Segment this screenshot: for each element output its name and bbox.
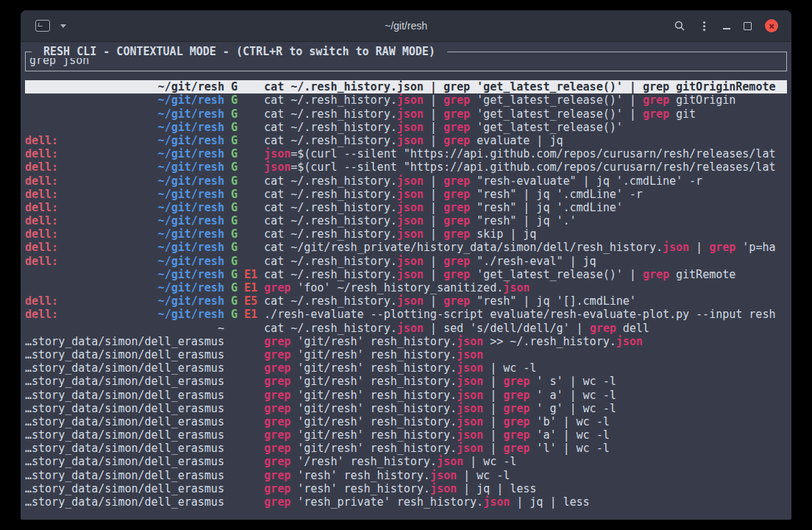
flags-cell: [224, 469, 264, 482]
location-cell: …story_data/simon/dell_erasmus: [25, 495, 224, 509]
location-cell: …story_data/simon/dell_erasmus: [25, 389, 224, 402]
dir-cell: …story_data/simon/dell_erasmus: [25, 495, 224, 509]
flag-g: G: [224, 255, 238, 268]
command-cell: json=$(curl --silent "https://api.github…: [264, 147, 787, 160]
history-row[interactable]: dell:~/git/resh G E5 cat ~/.resh_history…: [25, 294, 787, 308]
flags-cell: G: [224, 201, 264, 214]
history-row[interactable]: dell:~/git/resh G cat ~/.resh_history.js…: [25, 214, 787, 227]
flag-g: G: [224, 134, 238, 147]
host-cell: dell:: [25, 308, 58, 321]
history-row[interactable]: …story_data/simon/dell_erasmus grep 'git…: [25, 348, 787, 361]
location-cell: …story_data/simon/dell_erasmus: [25, 348, 224, 361]
history-row[interactable]: …story_data/simon/dell_erasmus grep 'res…: [25, 469, 787, 482]
minimize-button[interactable]: [720, 19, 733, 32]
command-cell: grep 'resh_private' resh_history.json | …: [264, 495, 787, 509]
history-row[interactable]: …story_data/simon/dell_erasmus grep 'res…: [25, 482, 787, 495]
location-cell: …story_data/simon/dell_erasmus: [25, 361, 224, 375]
history-row[interactable]: dell:~/git/resh G cat ~/.resh_history.js…: [25, 134, 787, 147]
flag-g: G: [224, 308, 238, 321]
command-cell: grep 'foo' ~/resh_history_sanitized.json: [264, 281, 787, 294]
history-row[interactable]: dell:~/git/resh G cat ~/.resh_history.js…: [25, 255, 787, 268]
history-row[interactable]: dell:~/git/resh G cat ~/.resh_history.js…: [25, 227, 787, 241]
dir-cell: ~/git/resh: [158, 174, 224, 188]
history-row[interactable]: …story_data/simon/dell_erasmus grep 'git…: [25, 335, 787, 348]
history-row[interactable]: dell:~/git/resh G cat ~/.resh_history.js…: [25, 201, 787, 214]
terminal-screen[interactable]: RESH CLI - CONTEXTUAL MODE - (CTRL+R to …: [21, 42, 791, 520]
location-cell: …story_data/simon/dell_erasmus: [25, 335, 224, 348]
history-row[interactable]: dell:~/git/resh G E1 ./resh-evaluate --p…: [25, 308, 787, 321]
history-row[interactable]: ~/git/resh G E1 cat ~/.resh_history.json…: [25, 268, 787, 281]
flags-cell: [224, 389, 264, 402]
history-row[interactable]: …story_data/simon/dell_erasmus grep 'git…: [25, 415, 787, 428]
menu-button[interactable]: [696, 22, 713, 30]
history-row[interactable]: …story_data/simon/dell_erasmus grep 'git…: [25, 361, 787, 375]
dir-cell: ~/git/resh: [158, 255, 224, 268]
location-cell: ~/git/resh: [25, 107, 224, 121]
location-cell: dell:~/git/resh: [25, 188, 224, 201]
dir-cell: ~/git/resh: [158, 160, 224, 174]
history-row[interactable]: dell:~/git/resh G cat ~/git/resh_private…: [25, 241, 787, 254]
close-icon: ×: [765, 19, 778, 32]
history-row[interactable]: …story_data/simon/dell_erasmus grep 'git…: [25, 442, 787, 455]
new-tab-button[interactable]: [32, 17, 53, 35]
flag-g: G: [224, 160, 238, 174]
history-row[interactable]: …story_data/simon/dell_erasmus grep 'git…: [25, 428, 787, 442]
history-list: ~/git/resh G cat ~/.resh_history.json | …: [25, 80, 787, 509]
command-cell: cat ~/.resh_history.json | grep "resh" |…: [264, 294, 787, 308]
history-row[interactable]: ~/git/resh G cat ~/.resh_history.json | …: [25, 80, 787, 93]
flags-cell: [224, 402, 264, 415]
dir-cell: …story_data/simon/dell_erasmus: [25, 348, 224, 361]
command-cell: grep 'git/resh' resh_history.json | grep…: [264, 402, 787, 415]
host-cell: dell:: [25, 134, 58, 147]
flags-cell: [224, 348, 264, 361]
flag-g: G: [224, 188, 238, 201]
flag-g: G: [224, 201, 238, 214]
history-row[interactable]: dell:~/git/resh G json=$(curl --silent "…: [25, 147, 787, 160]
history-row[interactable]: dell:~/git/resh G json=$(curl --silent "…: [25, 160, 787, 174]
titlebar[interactable]: ~/git/resh: [21, 10, 791, 42]
history-row[interactable]: ~/git/resh G cat ~/.resh_history.json | …: [25, 93, 787, 107]
command-cell: grep '/resh' resh_history.json | wc -l: [264, 455, 787, 468]
dir-cell: …story_data/simon/dell_erasmus: [25, 482, 224, 495]
history-row[interactable]: …story_data/simon/dell_erasmus grep '/re…: [25, 455, 787, 468]
flags-cell: G: [224, 241, 264, 254]
history-row[interactable]: …story_data/simon/dell_erasmus grep 'git…: [25, 375, 787, 388]
history-row[interactable]: …story_data/simon/dell_erasmus grep 'git…: [25, 389, 787, 402]
host-cell: dell:: [25, 174, 58, 188]
command-cell: grep 'git/resh' resh_history.json | grep…: [264, 415, 787, 428]
search-button[interactable]: [671, 17, 688, 35]
history-row[interactable]: dell:~/git/resh G cat ~/.resh_history.js…: [25, 174, 787, 188]
command-cell: grep 'git/resh' resh_history.json | grep…: [264, 428, 787, 442]
dir-cell: ~/git/resh: [158, 214, 224, 227]
flag-g: G: [224, 80, 238, 93]
flag-e1: E1: [238, 308, 257, 321]
history-row[interactable]: ~/git/resh G E1 grep 'foo' ~/resh_histor…: [25, 281, 787, 294]
history-row[interactable]: …story_data/simon/dell_erasmus grep 'git…: [25, 402, 787, 415]
location-cell: dell:~/git/resh: [25, 147, 224, 160]
command-cell: cat ~/.resh_history.json | grep 'get_lat…: [264, 80, 787, 93]
host-cell: dell:: [25, 241, 58, 254]
dir-cell: …story_data/simon/dell_erasmus: [25, 335, 224, 348]
history-row[interactable]: …story_data/simon/dell_erasmus grep 'res…: [25, 495, 787, 509]
flag-g: G: [224, 93, 238, 107]
flag-g: G: [224, 174, 238, 188]
history-row[interactable]: dell:~/git/resh G cat ~/.resh_history.js…: [25, 188, 787, 201]
location-cell: ~: [25, 322, 224, 335]
flags-cell: G: [224, 121, 264, 134]
history-row[interactable]: ~/git/resh G cat ~/.resh_history.json | …: [25, 107, 787, 121]
flags-cell: G: [224, 147, 264, 160]
location-cell: …story_data/simon/dell_erasmus: [25, 428, 224, 442]
history-row[interactable]: ~/git/resh G cat ~/.resh_history.json | …: [25, 121, 787, 134]
flag-g: G: [224, 268, 238, 281]
tab-dropdown-button[interactable]: [57, 21, 69, 31]
location-cell: dell:~/git/resh: [25, 294, 224, 308]
host-cell: dell:: [25, 160, 58, 174]
restore-button[interactable]: [741, 19, 755, 33]
command-cell: cat ~/git/resh_private/history_data/simo…: [264, 241, 787, 254]
host-cell: dell:: [25, 294, 58, 308]
history-row[interactable]: ~ cat ~/.resh_history.json | sed 's/dell…: [25, 322, 787, 335]
dir-cell: ~: [218, 322, 224, 335]
location-cell: …story_data/simon/dell_erasmus: [25, 402, 224, 415]
close-button[interactable]: ×: [762, 16, 781, 35]
flags-cell: [224, 495, 264, 509]
